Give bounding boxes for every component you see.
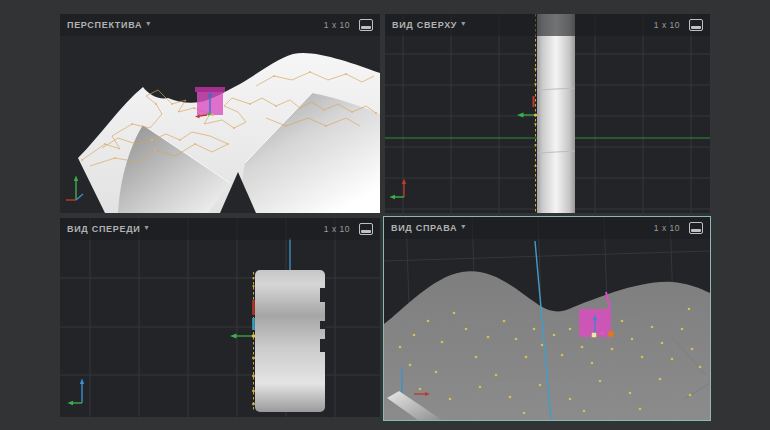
viewport-canvas	[60, 218, 380, 417]
viewport-label: ВИД СВЕРХУ	[392, 20, 457, 30]
viewport-menu[interactable]: ПЕРСПЕКТИВА ▾	[67, 20, 150, 30]
maximize-viewport-icon[interactable]	[359, 19, 373, 31]
viewport-label: ВИД СПРАВА	[391, 223, 457, 233]
viewport-menu[interactable]: ВИД СВЕРХУ ▾	[392, 20, 465, 30]
model-top	[537, 14, 575, 213]
viewport-top[interactable]: ВИД СВЕРХУ ▾ 1 x 10	[385, 14, 710, 213]
transform-gizmo[interactable]	[195, 87, 225, 118]
scale-indicator: 1 x 10	[324, 20, 350, 30]
scene-top[interactable]	[385, 14, 710, 213]
model-front	[255, 270, 326, 412]
viewport-label: ПЕРСПЕКТИВА	[67, 20, 142, 30]
viewport-right[interactable]: ВИД СПРАВА ▾ 1 x 10	[383, 216, 711, 421]
viewport-menu[interactable]: ВИД СПРАВА ▾	[391, 223, 465, 233]
viewport-header: ВИД СВЕРХУ ▾ 1 x 10	[385, 14, 710, 36]
viewport-front[interactable]: ВИД СПЕРЕДИ ▾ 1 x 10	[60, 218, 380, 417]
viewport-perspective[interactable]: ПЕРСПЕКТИВА ▾ 1 x 10	[60, 14, 380, 213]
scene-front[interactable]	[60, 218, 380, 417]
maximize-viewport-icon[interactable]	[359, 223, 373, 235]
chevron-down-icon: ▾	[461, 223, 465, 231]
viewport-header: ПЕРСПЕКТИВА ▾ 1 x 10	[60, 14, 380, 36]
viewport-menu[interactable]: ВИД СПЕРЕДИ ▾	[67, 224, 148, 234]
chevron-down-icon: ▾	[144, 224, 148, 232]
chevron-down-icon: ▾	[146, 20, 150, 28]
viewport-grid: ПЕРСПЕКТИВА ▾ 1 x 10	[0, 0, 770, 430]
maximize-viewport-icon[interactable]	[689, 19, 703, 31]
scale-indicator: 1 x 10	[654, 20, 680, 30]
viewport-header: ВИД СПЕРЕДИ ▾ 1 x 10	[60, 218, 380, 240]
scene-right[interactable]	[384, 217, 710, 420]
viewport-header: ВИД СПРАВА ▾ 1 x 10	[384, 217, 710, 239]
chevron-down-icon: ▾	[461, 20, 465, 28]
scale-indicator: 1 x 10	[324, 224, 350, 234]
scene-perspective[interactable]	[60, 14, 380, 213]
viewport-label: ВИД СПЕРЕДИ	[67, 224, 140, 234]
maximize-viewport-icon[interactable]	[689, 222, 703, 234]
scale-indicator: 1 x 10	[654, 223, 680, 233]
